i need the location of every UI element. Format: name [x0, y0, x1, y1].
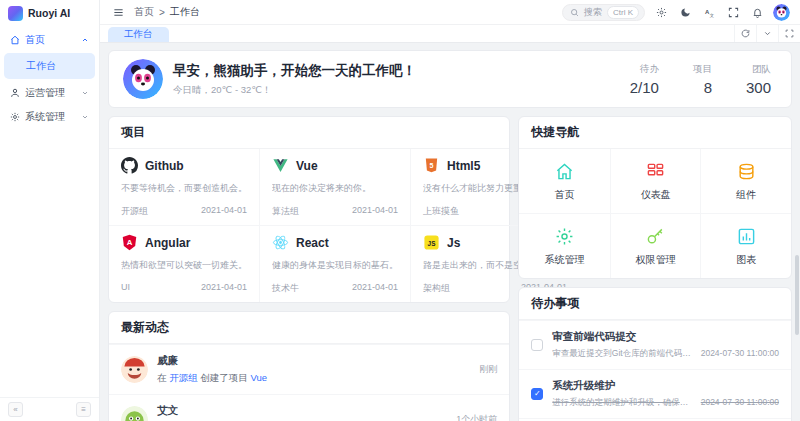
sidebar-item-label: 运营管理	[25, 86, 76, 100]
search-placeholder: 搜索	[584, 6, 602, 19]
search-icon	[570, 8, 579, 17]
stat-team: 团队 300	[746, 63, 771, 96]
main-area: 首页 > 工作台 搜索 Ctrl K A文 工作台	[100, 0, 800, 421]
global-search[interactable]: 搜索 Ctrl K	[562, 4, 645, 21]
project-desc: 热情和欲望可以突破一切难关。	[121, 259, 247, 272]
todo-title: 待办事项	[519, 288, 791, 320]
sidebar-preferences-button[interactable]: ≡	[76, 402, 91, 417]
project-date: 2021-04-01	[201, 205, 247, 218]
tab-workbench[interactable]: 工作台	[108, 27, 169, 42]
app-logo[interactable]: Ruoyi AI	[0, 0, 99, 26]
activity-text: 在 开源组 创建了项目 Vue	[157, 372, 470, 385]
tabbar-tools	[734, 25, 800, 42]
tab-menu-button[interactable]	[756, 25, 778, 42]
todo-checkbox[interactable]	[531, 339, 543, 351]
settings-button[interactable]	[653, 4, 669, 20]
project-desc: 不要等待机会，而要创造机会。	[121, 182, 247, 195]
scrollbar-thumb[interactable]	[795, 255, 799, 335]
sidebar-footer: « ≡	[0, 397, 99, 421]
activity-link[interactable]: 开源组	[169, 372, 198, 383]
stat-value: 300	[746, 79, 771, 96]
quick-nav-home[interactable]: 首页	[519, 149, 610, 213]
chevron-down-icon	[763, 29, 772, 38]
todo-item-desc: 审查最近提交到Git仓库的前端代码，确保代码质量和规范。	[552, 348, 692, 360]
project-date: 2021-04-01	[201, 282, 247, 292]
breadcrumb-separator: >	[159, 7, 165, 18]
tab-bar: 工作台	[100, 25, 800, 43]
user-avatar[interactable]	[773, 4, 790, 21]
project-date: 2021-04-01	[352, 205, 398, 218]
sidebar-subitem-label: 工作台	[26, 59, 56, 73]
stat-label: 待办	[630, 63, 659, 76]
chevron-up-icon	[81, 36, 89, 44]
project-card-github[interactable]: Github 不要等待机会，而要创造机会。 开源组2021-04-01	[109, 149, 259, 225]
activity-time: 1个小时前	[456, 413, 497, 421]
activity-user: 艾文	[157, 404, 447, 418]
hamburger-icon	[113, 7, 124, 18]
quick-nav-title: 快捷导航	[519, 117, 791, 149]
refresh-icon	[741, 29, 750, 38]
welcome-title: 早安，熊猫助手，开始您一天的工作吧！	[173, 62, 416, 80]
fullscreen-button[interactable]	[725, 4, 741, 20]
quick-nav-dashboard[interactable]: 仪表盘	[610, 149, 701, 213]
project-card-react[interactable]: React 健康的身体是实现目标的基石。 技术牛2021-04-01	[259, 225, 410, 302]
react-icon	[272, 234, 289, 251]
activity-item: 威廉 在 开源组 创建了项目 Vue 刚刚	[109, 344, 509, 394]
quick-nav-permissions[interactable]: 权限管理	[610, 213, 701, 278]
activity-title: 最新动态	[109, 312, 509, 344]
panda-avatar	[123, 59, 163, 99]
quick-nav-label: 权限管理	[636, 253, 676, 267]
sidebar-item-workbench[interactable]: 工作台	[4, 53, 95, 79]
welcome-subtitle: 今日晴，20℃ - 32℃！	[173, 84, 416, 97]
project-card-vue[interactable]: Vue 现在的你决定将来的你。 算法组2021-04-01	[259, 149, 410, 225]
project-name: React	[296, 236, 329, 250]
sidebar-item-home[interactable]: 首页	[4, 28, 95, 52]
vue-icon	[272, 157, 289, 174]
project-group: 开源组	[121, 205, 148, 218]
notifications-button[interactable]	[749, 4, 765, 20]
system-icon	[10, 112, 20, 122]
chart-icon	[737, 227, 756, 246]
activity-text-part: 在	[157, 372, 169, 383]
todo-item-desc: 进行系统的定期维护和升级，确保系统的稳定性和安全性。	[552, 397, 692, 409]
quick-nav-system[interactable]: 系统管理	[519, 213, 610, 278]
top-header: 首页 > 工作台 搜索 Ctrl K A文	[100, 0, 800, 25]
project-group: 架构组	[423, 282, 450, 295]
logo-icon	[8, 6, 23, 21]
sidebar-item-label: 系统管理	[25, 110, 76, 124]
gear-icon	[656, 7, 667, 18]
sidebar-item-system[interactable]: 系统管理	[4, 105, 95, 129]
components-icon	[737, 162, 756, 181]
project-card-angular[interactable]: AAngular 热情和欲望可以突破一切难关。 UI2021-04-01	[109, 225, 259, 302]
todo-checkbox-checked[interactable]: ✓	[531, 388, 543, 400]
dashboard-icon	[646, 162, 665, 181]
quick-nav-card: 快捷导航 首页 仪表盘 组件	[518, 116, 792, 279]
quick-nav-label: 组件	[736, 188, 756, 202]
quick-nav-charts[interactable]: 图表	[700, 213, 791, 278]
activity-link[interactable]: Vue	[250, 372, 267, 383]
projects-card: 项目 Github 不要等待机会，而要创造机会。 开源组2021-04-01 V…	[108, 116, 510, 303]
html5-icon: 5	[423, 157, 440, 174]
activity-item: 艾文 关注了 威廉 1个小时前	[109, 394, 509, 421]
stat-label: 团队	[746, 63, 771, 76]
collapse-sidebar-button[interactable]: «	[8, 402, 23, 417]
language-button[interactable]: A文	[701, 4, 717, 20]
maximize-content-button[interactable]	[778, 25, 800, 42]
project-name: Html5	[447, 159, 480, 173]
project-date: 2021-04-01	[352, 282, 398, 295]
stat-projects: 项目 8	[693, 63, 712, 96]
sidebar-item-operations[interactable]: 运营管理	[4, 81, 95, 105]
todo-item: 审查前端代码提交 审查最近提交到Git仓库的前端代码，确保代码质量和规范。 20…	[519, 320, 791, 369]
sidebar-menu: 首页 工作台 运营管理 系统管理	[0, 26, 99, 397]
breadcrumb-home[interactable]: 首页	[134, 5, 154, 19]
refresh-tab-button[interactable]	[734, 25, 756, 42]
activity-time: 刚刚	[479, 363, 497, 376]
quick-nav-components[interactable]: 组件	[700, 149, 791, 213]
avatar	[121, 356, 148, 383]
todo-item-time: 2024-07-30 11:00:00	[701, 348, 779, 358]
dark-mode-button[interactable]	[677, 4, 693, 20]
stat-label: 项目	[693, 63, 712, 76]
menu-toggle-button[interactable]	[110, 4, 126, 20]
github-icon	[121, 157, 138, 174]
chevron-down-icon	[81, 113, 89, 121]
